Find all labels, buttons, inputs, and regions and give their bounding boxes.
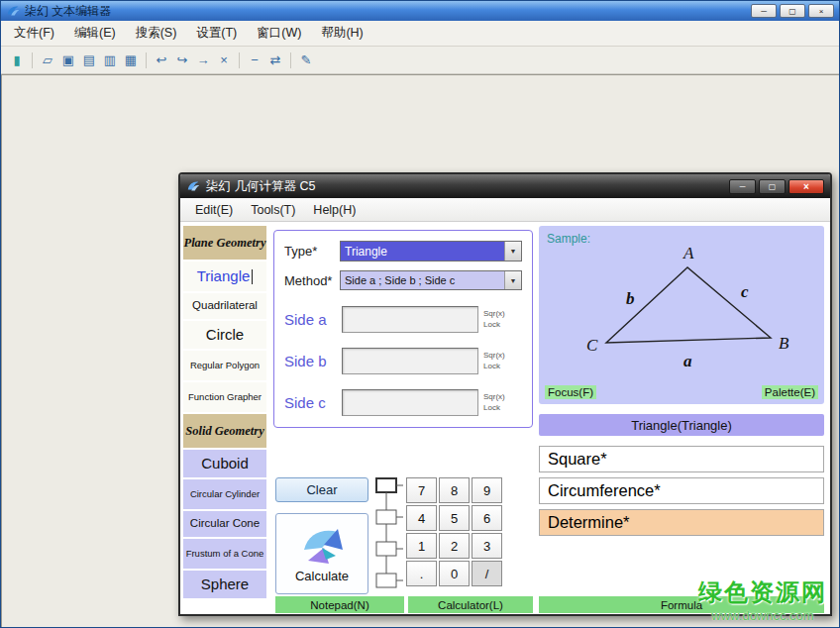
menu-search[interactable]: 搜索(S) <box>127 22 186 45</box>
close-icon: × <box>803 181 809 192</box>
sidebar-item-circular-cylinder[interactable]: Circular Cylinder <box>183 479 266 509</box>
expression-tree-diagram[interactable] <box>374 477 404 594</box>
geometry-calculator-dialog: 柒幻 几何计算器 C5 ─ ▢ × Edit(E) Tools(T) Help(… <box>178 172 832 616</box>
side-b-figure-label: b <box>626 289 635 308</box>
maximize-icon: ▢ <box>769 182 777 191</box>
calculate-label: Calculate <box>295 569 349 583</box>
toolbar-separator <box>239 52 240 68</box>
goto-icon[interactable]: → <box>194 52 212 69</box>
numkey-4[interactable]: 4 <box>406 505 437 531</box>
result-row-square[interactable]: Square* <box>539 446 824 472</box>
side-c-label: Side c <box>284 394 342 411</box>
lock-toggle[interactable]: Lock <box>483 320 505 330</box>
toolbar: ▮ ▱ ▣ ▤ ▥ ▦ ↩ ↪ → × − ⇄ ✎ <box>1 47 839 74</box>
numkey-0[interactable]: 0 <box>439 561 470 586</box>
side-a-input[interactable] <box>342 306 478 333</box>
swap-icon[interactable]: ⇄ <box>266 52 284 69</box>
lock-toggle[interactable]: Lock <box>483 403 505 413</box>
save-as-icon[interactable]: ▤ <box>80 52 98 69</box>
sqr-toggle[interactable]: Sqr(x) <box>483 351 505 361</box>
numkey-3[interactable]: 3 <box>472 533 502 559</box>
side-c-figure-label: c <box>741 282 749 301</box>
open-file-icon[interactable]: ▱ <box>39 52 56 69</box>
numkey-6[interactable]: 6 <box>472 505 502 531</box>
print-icon[interactable]: ▦ <box>122 52 140 69</box>
close-file-icon[interactable]: ▥ <box>101 52 119 69</box>
result-row-determine[interactable]: Determine* <box>539 509 824 536</box>
clear-button[interactable]: Clear <box>275 477 368 502</box>
sidebar-item-frustum-of-a-cone[interactable]: Frustum of a Cone <box>183 539 266 569</box>
menu-settings[interactable]: 设置(T) <box>187 22 246 45</box>
toolbar-separator <box>146 52 147 68</box>
numkey-7[interactable]: 7 <box>406 477 437 503</box>
dialog-menu-help[interactable]: Help(H) <box>306 201 363 219</box>
dialog-menu-edit[interactable]: Edit(E) <box>188 201 240 219</box>
numkey-dot[interactable]: . <box>406 561 437 586</box>
results-header: Triangle(Triangle) <box>539 414 824 436</box>
palette-button[interactable]: Palette(E) <box>762 385 818 399</box>
dialog-minimize-button[interactable]: ─ <box>729 179 756 194</box>
numkey-1[interactable]: 1 <box>406 533 437 559</box>
focus-button[interactable]: Focus(F) <box>545 385 596 399</box>
triangle-sample-figure: A b c C a B <box>567 242 796 376</box>
edit-icon[interactable]: ✎ <box>297 52 315 69</box>
sidebar-item-regular-polygon[interactable]: Regular Polygon <box>183 351 266 380</box>
sidebar-item-circular-cone[interactable]: Circular Cone <box>183 511 266 537</box>
toolbar-separator <box>290 52 291 68</box>
sidebar-header-plane-geometry: Plane Geometry <box>183 226 266 260</box>
numkey-5[interactable]: 5 <box>439 505 470 531</box>
sidebar-item-sphere[interactable]: Sphere <box>183 571 266 598</box>
dialog-body: Plane Geometry Triangle Quadrilateral Ci… <box>180 222 830 614</box>
numkey-9[interactable]: 9 <box>472 477 502 503</box>
side-b-options: Sqr(x) Lock <box>483 351 505 371</box>
dropdown-arrow-icon[interactable]: ▼ <box>504 271 521 289</box>
side-c-input[interactable] <box>342 389 478 416</box>
minimize-button[interactable]: ─ <box>751 4 777 18</box>
menu-help[interactable]: 帮助(H) <box>312 22 371 45</box>
dialog-close-button[interactable]: × <box>788 179 824 194</box>
new-file-icon[interactable]: ▮ <box>8 52 26 69</box>
calculate-button[interactable]: Calculate <box>275 513 368 594</box>
dialog-maximize-button[interactable]: ▢ <box>759 179 786 194</box>
editor-area[interactable]: 柒幻 几何计算器 C5 ─ ▢ × Edit(E) Tools(T) Help(… <box>1 74 840 628</box>
sidebar-item-cuboid[interactable]: Cuboid <box>183 450 266 477</box>
dropdown-arrow-icon[interactable]: ▼ <box>504 242 521 261</box>
undo-icon[interactable]: ↩ <box>153 52 170 69</box>
numkey-2[interactable]: 2 <box>439 533 470 559</box>
category-sidebar: Plane Geometry Triangle Quadrilateral Ci… <box>183 226 266 598</box>
dialog-titlebar: 柒幻 几何计算器 C5 ─ ▢ × <box>180 174 830 198</box>
close-button[interactable]: × <box>808 4 834 18</box>
sqr-toggle[interactable]: Sqr(x) <box>483 392 505 402</box>
dialog-menu-tools[interactable]: Tools(T) <box>244 201 302 219</box>
side-a-figure-label: a <box>683 352 692 370</box>
tab-calculator[interactable]: Calculator(L) <box>408 596 533 613</box>
numkey-slash[interactable]: / <box>472 561 502 586</box>
menu-edit[interactable]: 编辑(E) <box>65 22 125 45</box>
sidebar-item-function-grapher[interactable]: Function Grapher <box>183 382 266 412</box>
app-logo-icon <box>6 4 20 18</box>
side-c-options: Sqr(x) Lock <box>483 392 505 413</box>
redo-icon[interactable]: ↪ <box>173 52 191 69</box>
type-select[interactable]: Triangle ▼ <box>340 241 522 262</box>
result-row-circumference[interactable]: Circumference* <box>539 477 824 504</box>
sqr-toggle[interactable]: Sqr(x) <box>483 309 505 319</box>
maximize-icon: ▢ <box>788 7 796 16</box>
tab-notepad[interactable]: Notepad(N) <box>275 596 404 613</box>
method-select[interactable]: Side a ; Side b ; Side c ▼ <box>340 270 522 290</box>
numpad: 7 8 9 4 5 6 1 2 3 . 0 / <box>406 477 502 586</box>
sidebar-item-quadrilateral[interactable]: Quadrilateral <box>183 293 266 319</box>
side-b-input[interactable] <box>342 348 478 374</box>
type-label: Type* <box>284 244 340 259</box>
maximize-button[interactable]: ▢ <box>780 4 805 18</box>
numkey-8[interactable]: 8 <box>439 477 470 503</box>
delete-icon[interactable]: × <box>215 52 233 69</box>
sidebar-item-triangle[interactable]: Triangle <box>183 262 266 291</box>
menu-file[interactable]: 文件(F) <box>5 22 63 45</box>
tab-formula[interactable]: Formula <box>539 596 824 613</box>
save-icon[interactable]: ▣ <box>59 52 77 69</box>
vertex-a-label: A <box>682 244 694 262</box>
insert-line-icon[interactable]: − <box>246 52 263 69</box>
lock-toggle[interactable]: Lock <box>483 362 505 371</box>
menu-window[interactable]: 窗口(W) <box>248 22 310 45</box>
sidebar-item-circle[interactable]: Circle <box>183 321 266 349</box>
